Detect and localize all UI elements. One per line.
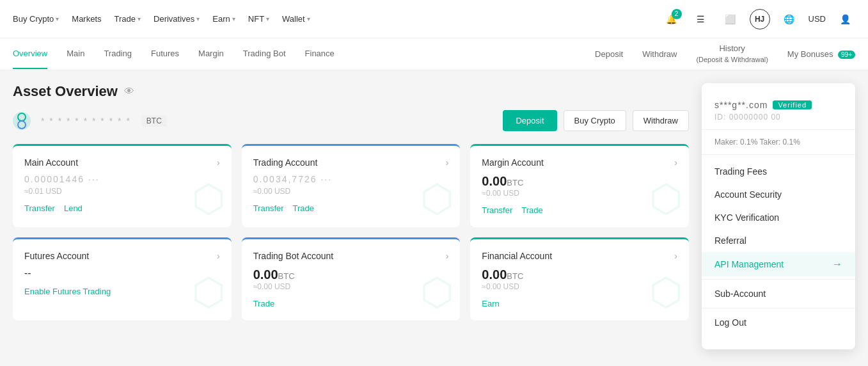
tab-history[interactable]: History(Deposit & Withdrawal) <box>696 34 768 75</box>
menu-sub-account[interactable]: Sub-Account <box>702 282 855 305</box>
orders-btn[interactable]: ☰ <box>691 9 711 29</box>
nav-trade-arrow: ▾ <box>138 15 141 22</box>
main-account-arrow[interactable]: › <box>217 157 220 168</box>
futures-account-card: Futures Account › -- Enable Futures Trad… <box>13 237 232 321</box>
financial-account-card: Financial Account › 0.00BTC ≈0.00 USD Ea… <box>470 237 689 321</box>
menu-referral[interactable]: Referral <box>702 229 855 252</box>
page-title: Asset Overview <box>13 83 118 100</box>
deposit-button[interactable]: Deposit <box>503 110 556 131</box>
asset-overview-header: Asset Overview 👁 <box>13 83 689 100</box>
trading-bot-trade-link[interactable]: Trade <box>253 299 274 308</box>
api-management-arrow: → <box>832 259 842 270</box>
user-dropdown-panel: s***g**.com Verified ID: 00000000 00 Mak… <box>702 83 855 349</box>
financial-earn-link[interactable]: Earn <box>482 299 499 308</box>
trading-account-arrow[interactable]: › <box>446 157 449 168</box>
tab-trading-bot[interactable]: Trading Bot <box>243 39 286 69</box>
margin-account-card: Margin Account › 0.00BTC ≈0.00 USD Trans… <box>470 144 689 227</box>
tab-my-bonuses[interactable]: My Bonuses 99+ <box>787 40 855 68</box>
content-area: Asset Overview 👁 * * * * * * * * * * * B… <box>0 70 868 362</box>
card-top: Main Account › <box>24 157 220 168</box>
withdraw-button[interactable]: Withdraw <box>633 110 689 131</box>
trading-trade-link[interactable]: Trade <box>293 203 314 213</box>
card-bg-decoration: ⬡ <box>649 269 683 314</box>
tab-withdraw[interactable]: Withdraw <box>642 40 677 68</box>
tab-margin[interactable]: Margin <box>198 39 224 69</box>
trading-bot-actions: Trade <box>253 299 449 308</box>
nav-buy-crypto[interactable]: Buy Crypto ▾ <box>13 14 59 24</box>
main-transfer-link[interactable]: Transfer <box>24 203 55 213</box>
trading-account-balance: 0.0034,7726 ··· <box>253 174 449 184</box>
tab-trading[interactable]: Trading <box>104 39 132 69</box>
main-account-title: Main Account <box>24 157 78 168</box>
card-bg-decoration: ⬡ <box>420 176 454 221</box>
nav-markets[interactable]: Markets <box>72 14 101 24</box>
main-account-balance: 0.00001446 ··· <box>24 174 220 184</box>
profile-icon-btn[interactable]: 👤 <box>835 9 855 29</box>
navbar: Buy Crypto ▾ Markets Trade ▾ Derivatives… <box>0 0 868 38</box>
trading-transfer-link[interactable]: Transfer <box>253 203 284 213</box>
nav-derivatives[interactable]: Derivatives ▾ <box>154 14 200 24</box>
menu-logout[interactable]: Log Out <box>702 311 855 334</box>
nav-earn-arrow: ▾ <box>232 15 235 22</box>
card-top: Trading Account › <box>253 157 449 168</box>
main-area: Asset Overview 👁 * * * * * * * * * * * B… <box>13 83 689 349</box>
financial-account-balance: 0.00BTC <box>482 267 677 282</box>
orders-icon: ☰ <box>697 14 705 24</box>
currency-selector[interactable]: USD <box>809 14 826 24</box>
margin-account-sub: ≈0.00 USD <box>482 189 677 198</box>
tab-futures[interactable]: Futures <box>151 39 179 69</box>
nav-nft[interactable]: NFT ▾ <box>248 14 269 24</box>
menu-account-security[interactable]: Account Security <box>702 183 855 206</box>
hide-balance-icon[interactable]: 👁 <box>124 86 134 97</box>
enable-futures-link[interactable]: Enable Futures Trading <box>24 287 111 296</box>
card-top: Financial Account › <box>482 251 677 261</box>
futures-account-arrow[interactable]: › <box>217 251 220 261</box>
nav-earn[interactable]: Earn ▾ <box>212 14 235 24</box>
nav-left: Buy Crypto ▾ Markets Trade ▾ Derivatives… <box>13 14 661 24</box>
language-btn[interactable]: 🌐 <box>779 9 800 29</box>
buy-crypto-button[interactable]: Buy Crypto <box>564 110 626 131</box>
accounts-grid: Main Account › 0.00001446 ··· ≈0.01 USD … <box>13 144 689 321</box>
trading-bot-arrow[interactable]: › <box>446 251 449 261</box>
margin-trade-link[interactable]: Trade <box>521 205 542 215</box>
notification-badge: 2 <box>672 9 682 19</box>
nav-wallet-arrow: ▾ <box>307 15 310 22</box>
financial-account-arrow[interactable]: › <box>674 251 677 261</box>
download-btn[interactable]: ⬜ <box>720 9 741 29</box>
tab-finance[interactable]: Finance <box>305 39 335 69</box>
main-account-card: Main Account › 0.00001446 ··· ≈0.01 USD … <box>13 144 232 227</box>
nav-right: 🔔 2 ☰ ⬜ HJ 🌐 USD 👤 <box>661 9 855 29</box>
menu-api-management[interactable]: API Management → <box>702 252 855 276</box>
margin-account-balance: 0.00BTC <box>482 174 677 189</box>
futures-account-actions: Enable Futures Trading <box>24 287 220 296</box>
verified-badge: Verified <box>773 100 812 109</box>
globe-icon: 🌐 <box>784 14 794 24</box>
card-bg-decoration: ⬡ <box>192 176 225 221</box>
tab-main[interactable]: Main <box>67 39 84 69</box>
card-bg-decoration: ⬡ <box>192 269 225 314</box>
futures-account-title: Futures Account <box>24 251 89 261</box>
trading-bot-sub: ≈0.00 USD <box>253 282 449 291</box>
margin-transfer-link[interactable]: Transfer <box>482 205 512 215</box>
margin-account-arrow[interactable]: › <box>674 157 677 168</box>
notification-btn[interactable]: 🔔 2 <box>661 9 682 29</box>
tab-overview[interactable]: Overview <box>13 39 47 69</box>
download-icon: ⬜ <box>725 14 736 24</box>
menu-kyc[interactable]: KYC Verification <box>702 206 855 229</box>
trading-bot-account-card: Trading Bot Account › 0.00BTC ≈0.00 USD … <box>242 237 461 321</box>
menu-divider-2 <box>702 308 855 308</box>
tabs-bar: Overview Main Trading Futures Margin Tra… <box>0 38 868 70</box>
tab-deposit[interactable]: Deposit <box>595 40 623 68</box>
trading-account-title: Trading Account <box>253 157 318 168</box>
main-lend-link[interactable]: Lend <box>64 203 83 213</box>
menu-trading-fees[interactable]: Trading Fees <box>702 160 855 183</box>
card-bg-decoration: ⬡ <box>649 176 683 221</box>
panel-fees: Maker: 0.1% Taker: 0.1% <box>702 130 855 155</box>
nav-wallet[interactable]: Wallet ▾ <box>282 14 310 24</box>
main-account-sub: ≈0.01 USD <box>24 187 220 196</box>
nav-trade[interactable]: Trade ▾ <box>114 14 141 24</box>
nav-buy-crypto-arrow: ▾ <box>56 15 59 22</box>
panel-menu: Trading Fees Account Security KYC Verifi… <box>702 155 855 339</box>
avatar[interactable]: HJ <box>750 9 770 29</box>
trading-account-actions: Transfer Trade <box>253 203 449 213</box>
